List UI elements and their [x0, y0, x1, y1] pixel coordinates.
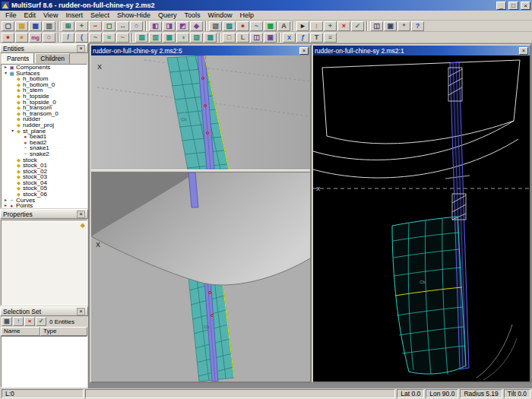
create-ruled-surface-icon[interactable]: ▤ — [135, 33, 148, 43]
create-bcurve-icon[interactable]: ~ — [89, 33, 102, 43]
create-arc-icon[interactable]: ( — [75, 33, 88, 43]
add-entity-icon[interactable]: + — [324, 21, 337, 31]
options-icon[interactable]: * — [397, 21, 410, 31]
surfaces-folder-icon: ▦ — [8, 71, 15, 77]
create-copy-icon[interactable]: ▣ — [264, 33, 277, 43]
show-labels-icon[interactable]: A — [277, 21, 290, 31]
create-plane-icon[interactable]: □ — [223, 33, 236, 43]
menu-item-edit[interactable]: Edit — [21, 11, 40, 20]
create-lofted-surface-icon[interactable]: ▥ — [149, 33, 162, 43]
selection-up-icon[interactable]: ↑ — [13, 317, 24, 326]
properties-close-icon[interactable]: × — [77, 211, 85, 218]
rotate-view-icon[interactable]: ○ — [130, 21, 143, 31]
toolbar-separator — [293, 21, 294, 31]
selection-list[interactable] — [1, 336, 87, 388]
select-arrow-icon[interactable]: ► — [296, 21, 309, 31]
menu-item-showhide[interactable]: Show-Hide — [113, 11, 154, 20]
tree-item-points[interactable]: ▸●Points — [2, 203, 87, 208]
tree-expander-icon[interactable]: ▸ — [3, 203, 8, 208]
selection-column-type[interactable]: Type — [40, 327, 87, 336]
menu-item-tools[interactable]: Tools — [180, 11, 204, 20]
view-side-icon[interactable]: ◨ — [163, 21, 176, 31]
create-magnet-icon[interactable]: mg — [29, 33, 42, 43]
new-file-icon[interactable]: ▢ — [2, 21, 14, 31]
minimize-button[interactable]: _ — [496, 2, 506, 10]
viewport-1-titlebar[interactable]: rudder-on-full-chine-sy 2.ms2:1 × — [313, 46, 530, 55]
show-curves-icon[interactable]: ~ — [250, 21, 263, 31]
create-ccurve-icon[interactable]: ≈ — [103, 33, 116, 43]
zoom-in-icon[interactable]: + — [75, 21, 88, 31]
create-blend-surface-icon[interactable]: ▦ — [163, 33, 176, 43]
menu-item-window[interactable]: Window — [204, 11, 236, 20]
create-bead-icon[interactable]: ● — [15, 33, 28, 43]
create-mirror-icon[interactable]: ◫ — [250, 33, 263, 43]
create-snake-icon[interactable]: ~ — [116, 33, 129, 43]
viewport-5-close-icon[interactable]: × — [299, 47, 309, 55]
print-icon[interactable]: ▥ — [43, 21, 55, 31]
zoom-out-icon[interactable]: − — [89, 21, 102, 31]
pan-icon[interactable]: ↔ — [116, 21, 129, 31]
create-offset-surface-icon[interactable]: ▩ — [204, 33, 217, 43]
save-file-icon[interactable]: ▦ — [29, 21, 42, 31]
viewport-5-top-canvas[interactable]: X Cb — [91, 55, 310, 169]
tree-expander-icon[interactable]: ▾ — [3, 71, 8, 77]
viewport-1-close-icon[interactable]: × — [519, 47, 528, 55]
measure-icon[interactable]: ↕ — [310, 21, 323, 31]
zoom-fit-icon[interactable]: ⊞ — [62, 21, 74, 31]
selection-close-icon[interactable]: × — [77, 308, 85, 315]
tree-item-h_bottom_0[interactable]: ◆h_bottom_0 — [2, 82, 87, 88]
selection-check-icon[interactable]: ✓ — [36, 317, 46, 326]
show-surfaces-icon[interactable]: ▦ — [264, 21, 277, 31]
tab-parents[interactable]: Parents — [2, 53, 34, 64]
zoom-window-icon[interactable]: ◻ — [103, 21, 116, 31]
menu-item-insert[interactable]: Insert — [62, 11, 87, 20]
show-points-icon[interactable]: ● — [236, 21, 249, 31]
window-titlebar[interactable]: MultiSurf 8.6 - rudder-on-full-chine-sy … — [0, 0, 532, 11]
tree-item-components[interactable]: ▸▣Components — [2, 65, 87, 71]
close-button[interactable]: × — [521, 2, 530, 10]
menu-item-select[interactable]: Select — [87, 11, 113, 20]
create-text-icon[interactable]: T — [310, 33, 323, 43]
viewport-1-canvas[interactable]: X Cb — [313, 55, 530, 382]
selection-column-name[interactable]: Name — [1, 327, 40, 336]
create-point-icon[interactable]: ● — [2, 33, 14, 43]
menu-item-view[interactable]: View — [40, 11, 62, 20]
create-swept-surface-icon[interactable]: ▧ — [190, 33, 203, 43]
menu-item-file[interactable]: File — [2, 11, 21, 20]
tree-expander-icon[interactable]: ▸ — [3, 65, 8, 71]
menu-item-help[interactable]: Help — [236, 11, 258, 20]
tile-windows-icon[interactable]: ◫ — [370, 21, 383, 31]
menu-item-query[interactable]: Query — [154, 11, 181, 20]
create-revolution-surface-icon[interactable]: ◑ — [176, 33, 189, 43]
tree-expander-icon[interactable]: ▸ — [3, 198, 8, 204]
tree-expander-icon[interactable]: ▾ — [10, 128, 15, 135]
create-ring-icon[interactable]: ○ — [43, 33, 55, 43]
delete-entity-icon[interactable]: × — [337, 21, 350, 31]
entities-close-icon[interactable]: × — [77, 45, 85, 52]
viewport-5-titlebar[interactable]: rudder-on-full-chine-sy 2.ms2:5 × — [91, 46, 310, 55]
help-icon[interactable]: ? — [411, 21, 424, 31]
create-variable-icon[interactable]: x — [283, 33, 296, 43]
shaded-view-icon[interactable]: ▨ — [223, 21, 236, 31]
cascade-windows-icon[interactable]: ▣ — [384, 21, 397, 31]
tree-item-curves[interactable]: ▸~Curves — [2, 198, 87, 204]
tab-children[interactable]: Children — [35, 53, 70, 64]
properties-helper-icon[interactable]: ◆ — [81, 222, 85, 229]
wireframe-icon[interactable]: ▧ — [209, 21, 222, 31]
tree-item-h_transom_0[interactable]: ◆h_transom_0 — [2, 111, 87, 117]
view-iso-icon[interactable]: ◆ — [190, 21, 203, 31]
tree-item-stock_06[interactable]: ◆stock_06 — [2, 192, 87, 198]
view-top-icon[interactable]: ◩ — [176, 21, 189, 31]
tree-item-snake2[interactable]: ~snake2 — [2, 151, 87, 157]
open-file-icon[interactable]: ▤ — [15, 21, 28, 31]
create-line-icon[interactable]: / — [62, 33, 74, 43]
create-contours-icon[interactable]: ≡ — [324, 33, 337, 43]
maximize-button[interactable]: □ — [508, 2, 518, 10]
create-formula-icon[interactable]: ƒ — [296, 33, 309, 43]
create-frame-icon[interactable]: L — [236, 33, 249, 43]
selection-grid-icon[interactable]: ▦ — [2, 317, 12, 326]
check-model-icon[interactable]: ✓ — [351, 21, 364, 31]
selection-clear-icon[interactable]: × — [24, 317, 35, 326]
view-front-icon[interactable]: ◧ — [149, 21, 162, 31]
viewport-5-bottom-canvas[interactable]: X Cb — [91, 173, 310, 382]
